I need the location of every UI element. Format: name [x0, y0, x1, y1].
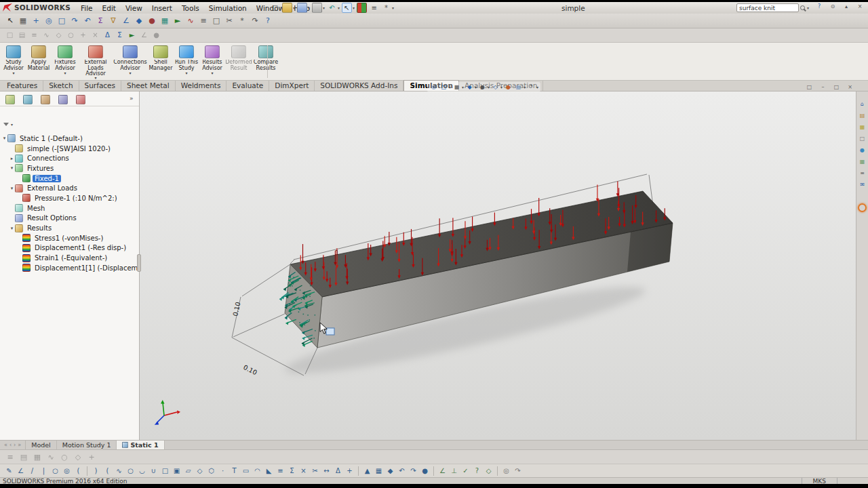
- hide-show-items-icon[interactable]: ◇: [491, 83, 500, 92]
- animate-icon[interactable]: ►: [127, 30, 137, 41]
- scenes-icon[interactable]: ▦: [858, 157, 867, 166]
- expander-icon[interactable]: ▸: [9, 156, 15, 161]
- add-relation-icon[interactable]: ⊥: [449, 466, 459, 476]
- tree-item-pressure-1-10-n-m-2[interactable]: Pressure-1 (:10 N/m^2:): [0, 193, 139, 203]
- view-settings-icon[interactable]: *: [527, 83, 536, 92]
- options-gear-icon-caret[interactable]: ▾: [392, 5, 394, 10]
- polygon-icon[interactable]: ⬡: [206, 466, 216, 476]
- tree-item-mesh[interactable]: Mesh: [0, 203, 139, 214]
- display-style-icon[interactable]: ●: [478, 83, 487, 92]
- study-properties-icon[interactable]: ≡: [29, 30, 39, 41]
- equations-icon[interactable]: Σ: [95, 16, 106, 26]
- list-results-icon[interactable]: Σ: [115, 30, 125, 41]
- expander-icon[interactable]: ▾: [9, 165, 15, 171]
- shell-manager-button[interactable]: Shell Manager: [149, 44, 173, 79]
- undo-icon[interactable]: ↶: [327, 3, 337, 13]
- extend-entities-icon[interactable]: ↔: [321, 466, 332, 476]
- tab-nav-icon[interactable]: ‹: [9, 442, 12, 448]
- dimxpertmanager-tab-icon[interactable]: [58, 95, 68, 104]
- tab-sketch[interactable]: Sketch: [43, 81, 79, 91]
- run-study-icon[interactable]: ►: [172, 16, 183, 26]
- tab-sheet-metal[interactable]: Sheet Metal: [121, 81, 176, 91]
- open-document-icon[interactable]: [282, 3, 292, 13]
- view-orientation-icon-caret[interactable]: ▾: [475, 85, 477, 89]
- viewport-minimize-icon[interactable]: –: [819, 83, 827, 91]
- zoom-fit-b-icon[interactable]: ◎: [501, 466, 511, 476]
- tab-nav-icon[interactable]: «: [4, 442, 7, 448]
- mass-properties-icon[interactable]: ◆: [134, 16, 144, 26]
- duplicate-study-icon[interactable]: ▤: [17, 30, 27, 41]
- compare-results-button[interactable]: Compare Results: [253, 44, 279, 79]
- tree-item-fixtures[interactable]: ▾Fixtures: [0, 163, 139, 174]
- run-this-study-caret[interactable]: ▾: [185, 71, 187, 75]
- expander-icon[interactable]: ▾: [9, 186, 15, 191]
- construction-geometry-icon[interactable]: +: [344, 466, 355, 476]
- tree-item-connections[interactable]: ▸Connections: [0, 153, 139, 163]
- tangent-arc-icon[interactable]: (: [102, 466, 113, 476]
- close-icon[interactable]: ×: [856, 3, 864, 11]
- copy-entities-icon[interactable]: ↷: [408, 466, 418, 476]
- menu-insert[interactable]: Insert: [147, 4, 177, 12]
- point-icon[interactable]: ·: [218, 466, 228, 476]
- tree-item-result-options[interactable]: Result Options: [0, 214, 139, 224]
- parabola-icon[interactable]: ∪: [149, 466, 159, 476]
- run-this-study-button[interactable]: Run This Study▾: [174, 44, 199, 79]
- zoom-to-area-icon-caret[interactable]: ▾: [449, 85, 451, 89]
- panel-flyout-icon[interactable]: »: [130, 95, 134, 102]
- center-rectangle-icon[interactable]: ▣: [172, 466, 182, 476]
- collapse-icon[interactable]: ▴: [842, 3, 850, 11]
- edit-appearance-icon[interactable]: ●: [504, 83, 513, 92]
- hide-show-items-icon-caret[interactable]: ▾: [500, 85, 502, 89]
- study-advisor-caret[interactable]: ▾: [12, 71, 14, 75]
- balloon-icon[interactable]: ○: [59, 451, 70, 462]
- bottom-tab-model[interactable]: Model: [26, 441, 57, 449]
- spline-icon[interactable]: ∿: [114, 466, 124, 476]
- convert-entities-icon[interactable]: Σ: [287, 466, 297, 476]
- section-view-icon-caret[interactable]: ▾: [462, 85, 464, 89]
- annotation-icon[interactable]: ▦: [32, 451, 43, 462]
- solidworks-resources-icon[interactable]: ⌂: [858, 100, 867, 108]
- graphics-viewport[interactable]: 1 0.10 0.10 ◎□▾■▾◆▾●▾◇▾●▦▾*▾ □–□×: [140, 92, 856, 440]
- bottom-tab-static-1[interactable]: Static 1: [117, 441, 164, 449]
- options-gear-icon[interactable]: *: [381, 3, 391, 13]
- tab-evaluate[interactable]: Evaluate: [226, 81, 269, 91]
- section-clipping-icon[interactable]: +: [78, 30, 88, 41]
- text-icon[interactable]: T: [229, 466, 239, 476]
- filter-caret-icon[interactable]: ▾: [11, 122, 13, 127]
- results-plot-icon[interactable]: ∿: [185, 16, 196, 26]
- menu-edit[interactable]: Edit: [98, 4, 121, 12]
- external-loads-advisor-button[interactable]: External Loads Advisor▾: [79, 44, 112, 79]
- trim-entities-icon[interactable]: ✂: [310, 466, 320, 476]
- connections-advisor-caret[interactable]: ▾: [129, 71, 131, 75]
- zoom-to-area-icon[interactable]: □: [439, 83, 448, 92]
- circular-pattern-icon[interactable]: ◆: [385, 466, 395, 476]
- study-advisor-button[interactable]: Study Advisor▾: [2, 44, 25, 79]
- fillet-icon[interactable]: ◠: [252, 466, 262, 476]
- search-input[interactable]: [736, 3, 799, 12]
- viewport-close-icon[interactable]: ×: [846, 83, 854, 91]
- new-study-icon[interactable]: □: [5, 30, 15, 41]
- menu-tools[interactable]: Tools: [177, 4, 204, 12]
- search-icon[interactable]: [800, 5, 805, 10]
- view-orientation-icon[interactable]: ◆: [465, 83, 474, 92]
- note-icon[interactable]: ∿: [45, 451, 56, 462]
- slot-icon[interactable]: ◇: [195, 466, 205, 476]
- move-entities-icon[interactable]: ↶: [397, 466, 407, 476]
- zoom-to-area-icon[interactable]: □: [56, 16, 67, 26]
- rotate-view-icon[interactable]: ↷: [69, 16, 80, 26]
- align-center-icon[interactable]: ▤: [18, 451, 29, 462]
- apply-scene-icon-caret[interactable]: ▾: [524, 85, 526, 89]
- results-advisor-button[interactable]: Results Advisor▾: [200, 44, 224, 79]
- select-pointer-icon[interactable]: ↖: [342, 3, 352, 13]
- repair-sketch-icon[interactable]: ?: [472, 466, 482, 476]
- propertymanager-tab-icon[interactable]: [23, 95, 33, 104]
- centerline-icon[interactable]: |: [39, 466, 49, 476]
- weld-symbol-icon[interactable]: +: [86, 451, 97, 462]
- tree-item-strain1-equivalent[interactable]: Strain1 (-Equivalent-): [0, 253, 139, 263]
- display-relations-icon[interactable]: ∠: [437, 466, 448, 476]
- menu-view[interactable]: View: [121, 4, 147, 12]
- configurationmanager-tab-icon[interactable]: [41, 95, 50, 104]
- quick-snaps-icon[interactable]: ◇: [484, 466, 494, 476]
- rotate-entities-icon[interactable]: ●: [420, 466, 430, 476]
- view-settings-icon-caret[interactable]: ▾: [536, 85, 538, 89]
